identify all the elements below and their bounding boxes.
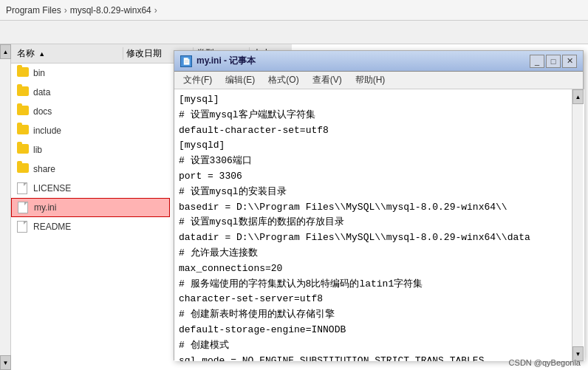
menu-item[interactable]: 查看(V) xyxy=(307,72,348,88)
folder-icon xyxy=(17,67,30,79)
minimize-button[interactable]: _ xyxy=(530,55,544,68)
file-name: data xyxy=(33,87,50,97)
sort-arrow-icon: ▲ xyxy=(38,50,45,58)
notepad-scrollbar[interactable]: ▲ ▼ xyxy=(572,89,583,361)
maximize-button[interactable]: □ xyxy=(546,55,561,68)
list-item[interactable]: lib xyxy=(11,140,170,160)
notepad-window: 📄 my.ini - 记事本 _ □ ✕ 文件(F)编辑(E)格式(O)查看(V… xyxy=(174,50,584,360)
menu-item[interactable]: 格式(O) xyxy=(262,72,304,88)
breadcrumb-bar: Program Files › mysql-8.0.29-winx64 › xyxy=(0,0,588,21)
breadcrumb-sep2: › xyxy=(154,5,157,16)
file-icon xyxy=(17,221,30,233)
col-header-name[interactable]: 名称 ▲ xyxy=(11,47,123,60)
left-scrollbar[interactable]: ▲ ▼ xyxy=(0,44,11,370)
list-item[interactable]: bin xyxy=(11,64,170,83)
folder-icon xyxy=(17,144,30,156)
list-item[interactable]: my.ini xyxy=(11,198,170,217)
list-item[interactable]: data xyxy=(11,83,170,102)
file-name: my.ini xyxy=(34,202,56,213)
notepad-scroll-up[interactable]: ▲ xyxy=(572,89,584,104)
notepad-app-icon: 📄 xyxy=(180,55,192,67)
folder-icon xyxy=(17,125,30,137)
folder-icon xyxy=(17,86,30,98)
files-area: bindatadocsincludelibshareLICENSEmy.iniR… xyxy=(11,64,170,370)
file-icon xyxy=(17,182,30,194)
breadcrumb-part1[interactable]: Program Files xyxy=(6,5,61,16)
menu-item[interactable]: 帮助(H) xyxy=(349,72,392,88)
notepad-title-bar: 📄 my.ini - 记事本 _ □ ✕ xyxy=(174,51,583,72)
notepad-title: my.ini - 记事本 xyxy=(196,55,256,67)
scroll-down-btn[interactable]: ▼ xyxy=(0,355,11,370)
watermark: CSDN @qyBegonia xyxy=(509,358,581,367)
file-name: LICENSE xyxy=(33,183,71,193)
notepad-window-controls: _ □ ✕ xyxy=(530,55,577,68)
list-item[interactable]: README xyxy=(11,217,170,236)
menu-item[interactable]: 文件(F) xyxy=(177,72,218,88)
list-item[interactable]: share xyxy=(11,160,170,179)
menu-item[interactable]: 编辑(E) xyxy=(219,72,261,88)
file-name: lib xyxy=(33,145,42,155)
file-name: README xyxy=(33,222,71,232)
breadcrumb-sep1: › xyxy=(64,5,67,16)
list-item[interactable]: include xyxy=(11,121,170,140)
list-item[interactable]: docs xyxy=(11,102,170,121)
file-name: include xyxy=(33,126,61,136)
file-icon xyxy=(18,202,31,213)
notepad-menubar: 文件(F)编辑(E)格式(O)查看(V)帮助(H) xyxy=(174,72,583,89)
file-name: bin xyxy=(33,68,45,78)
notepad-content-area[interactable]: [mysql] # 设置mysql客户端默认字符集 default-charac… xyxy=(174,89,584,361)
notepad-text: [mysql] # 设置mysql客户端默认字符集 default-charac… xyxy=(179,92,580,361)
scroll-up-btn[interactable]: ▲ xyxy=(0,44,11,59)
folder-icon xyxy=(17,106,30,117)
breadcrumb-part2[interactable]: mysql-8.0.29-winx64 xyxy=(70,5,151,16)
file-name: share xyxy=(33,164,55,174)
folder-icon xyxy=(17,163,30,175)
toolbar xyxy=(0,21,588,44)
list-item[interactable]: LICENSE xyxy=(11,179,170,198)
close-button[interactable]: ✕ xyxy=(562,55,577,68)
file-name: docs xyxy=(33,106,52,117)
